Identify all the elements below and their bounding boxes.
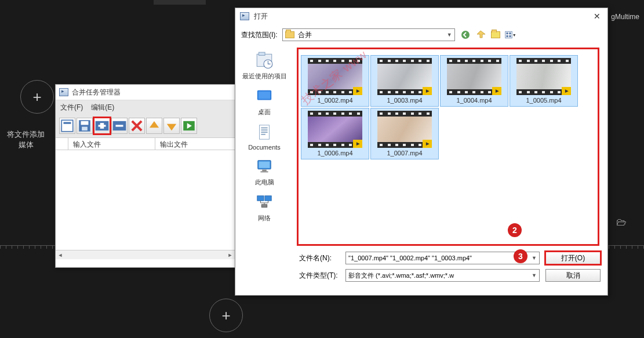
close-button[interactable]: ✕ (591, 12, 603, 21)
svg-rect-0 (61, 120, 73, 132)
browse-folder-icon[interactable]: 🗁 (616, 216, 627, 228)
places-bar: 最近使用的项目 桌面 Documents 此电脑 网络 (235, 45, 293, 248)
place-network-label: 网络 (258, 214, 271, 223)
toolbar-add-file-button[interactable] (94, 118, 110, 134)
file-item[interactable]: ▶1_0004.mp4 (441, 56, 508, 106)
folder-icon (285, 31, 294, 38)
file-item[interactable]: ▶1_0002.mp4 (301, 56, 369, 106)
app-icon (240, 12, 249, 20)
horizontal-scrollbar[interactable]: ◄ ► (56, 250, 235, 259)
place-desktop[interactable]: 桌面 (235, 85, 293, 118)
col-index[interactable] (56, 138, 68, 150)
merge-window-title: 合并任务管理器 (72, 88, 121, 97)
app-icon (59, 88, 68, 96)
filename-label: 文件名(N): (299, 253, 340, 263)
svg-rect-26 (261, 134, 265, 135)
svg-rect-31 (257, 196, 264, 201)
toolbar-save-button[interactable] (77, 118, 93, 134)
video-thumbnail: ▶ (377, 111, 432, 148)
toolbar-moveup-button[interactable] (146, 118, 162, 134)
file-label: 1_0002.mp4 (317, 97, 352, 104)
nav-newfolder-icon[interactable] (490, 29, 501, 41)
player-badge-icon: ▶ (353, 140, 362, 148)
filename-combo[interactable]: "1_0007.mp4" "1_0002.mp4" "1_0003.mp4" ▼ (345, 252, 540, 264)
scroll-left-icon[interactable]: ◄ (56, 251, 65, 259)
svg-rect-14 (509, 32, 511, 34)
player-badge-icon: ▶ (492, 87, 501, 95)
svg-rect-29 (262, 170, 267, 172)
open-dialog-title: 打开 (254, 12, 268, 21)
toolbar-play-button[interactable] (181, 118, 197, 134)
toolbar-new-button[interactable] (59, 118, 75, 134)
file-item[interactable]: ▶1_0003.mp4 (371, 56, 438, 106)
place-network[interactable]: 网络 (235, 191, 293, 224)
place-thispc[interactable]: 此电脑 (235, 155, 293, 188)
video-thumbnail: ▶ (516, 58, 571, 95)
svg-rect-30 (260, 171, 268, 172)
network-icon (253, 192, 275, 212)
toolbar-movedown-button[interactable] (163, 118, 180, 134)
file-grid: ▶1_0002.mp4▶1_0003.mp4▶1_0004.mp4▶1_0005… (296, 48, 605, 167)
svg-rect-16 (509, 35, 511, 37)
svg-rect-13 (506, 32, 508, 34)
file-label: 1_0006.mp4 (317, 150, 352, 157)
file-list-area[interactable]: ▶1_0002.mp4▶1_0003.mp4▶1_0004.mp4▶1_0005… (293, 45, 607, 248)
file-label: 1_0003.mp4 (387, 97, 422, 104)
svg-point-11 (461, 31, 470, 39)
place-documents[interactable]: Documents (235, 121, 293, 152)
open-dialog-main: 最近使用的项目 桌面 Documents 此电脑 网络 ▶1_0002.mp4▶… (235, 45, 607, 248)
player-badge-icon: ▶ (423, 87, 432, 95)
file-item[interactable]: ▶1_0007.mp4 (371, 108, 438, 159)
merge-menubar: 文件(F) 编辑(E) (56, 100, 235, 114)
svg-rect-9 (116, 125, 123, 126)
menu-file[interactable]: 文件(F) (60, 103, 83, 112)
svg-rect-23 (261, 128, 267, 129)
svg-rect-1 (64, 122, 71, 124)
svg-rect-4 (82, 127, 88, 131)
open-dialog-titlebar[interactable]: 打开 ✕ (235, 8, 607, 24)
merge-window-titlebar[interactable]: 合并任务管理器 (56, 85, 235, 100)
video-thumbnail: ▶ (447, 58, 501, 95)
lookup-label: 查找范围(I): (241, 30, 278, 40)
place-thispc-label: 此电脑 (255, 178, 274, 187)
player-badge-icon: ▶ (423, 140, 432, 148)
place-recent[interactable]: 最近使用的项目 (235, 49, 293, 82)
toolbar-remove-button[interactable] (111, 118, 128, 134)
chevron-down-icon: ▼ (532, 272, 537, 278)
file-label: 1_0007.mp4 (387, 150, 422, 157)
lookup-value: 合并 (298, 30, 312, 40)
svg-rect-18 (259, 52, 265, 55)
video-thumbnail: ▶ (377, 58, 432, 95)
plus-icon: + (221, 307, 230, 325)
add-media-circle-button[interactable]: + (20, 80, 54, 114)
documents-icon (253, 122, 275, 142)
svg-rect-7 (99, 125, 106, 126)
nav-back-icon[interactable] (460, 29, 471, 41)
player-badge-icon: ▶ (562, 87, 571, 95)
toolbar-delete-button[interactable] (129, 118, 145, 134)
open-button[interactable]: 打开(O) (545, 252, 601, 264)
col-output[interactable]: 输出文件 (155, 138, 235, 150)
file-item[interactable]: ▶1_0006.mp4 (301, 108, 369, 159)
place-desktop-label: 桌面 (258, 108, 271, 117)
chevron-down-icon: ▼ (447, 32, 452, 38)
col-input[interactable]: 输入文件 (68, 138, 155, 150)
place-documents-label: Documents (248, 144, 281, 151)
svg-rect-3 (81, 121, 89, 125)
lookup-combo[interactable]: 合并 ▼ (282, 28, 455, 41)
filename-value: "1_0007.mp4" "1_0002.mp4" "1_0003.mp4" (348, 255, 472, 261)
file-item[interactable]: ▶1_0005.mp4 (510, 56, 577, 106)
chevron-down-icon: ▼ (532, 255, 537, 261)
cancel-button[interactable]: 取消 (545, 269, 601, 282)
svg-rect-25 (261, 132, 267, 133)
add-circle-button-secondary[interactable]: + (209, 299, 243, 332)
annotation-badge-3: 3 (514, 249, 527, 263)
file-label: 1_0005.mp4 (526, 97, 561, 104)
video-thumbnail: ▶ (308, 111, 362, 148)
filetype-combo[interactable]: 影音文件 (*.avi;*.wma;*.asf;*.wmv;*.w ▼ (345, 269, 540, 282)
nav-up-icon[interactable] (475, 29, 486, 41)
menu-edit[interactable]: 编辑(E) (91, 103, 114, 112)
nav-viewmode-icon[interactable]: ▼ (505, 29, 516, 41)
scroll-right-icon[interactable]: ► (225, 251, 235, 259)
open-dialog: 打开 ✕ 查找范围(I): 合并 ▼ ▼ 最近使用的项目 桌面 (235, 8, 608, 296)
